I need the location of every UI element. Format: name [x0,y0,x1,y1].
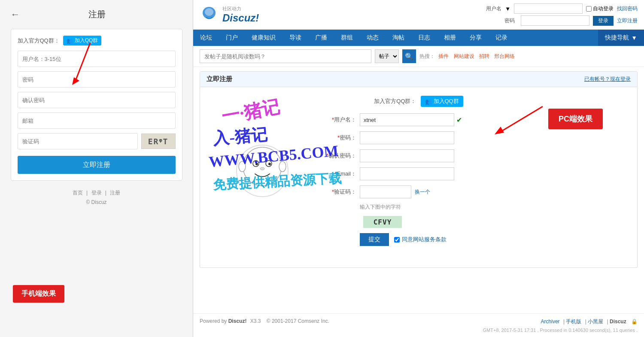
back-button[interactable]: ← [11,9,20,20]
pc-captcha-label: *验证码： [322,188,356,196]
register-box-body: 一·猪记 入-猪记 WWW.BCB5.COM 免费提供精品资源下载 [200,87,637,267]
nav-item-share[interactable]: 分享 [463,30,489,46]
pc-email-label: *Email： [322,170,356,178]
nav-item-album[interactable]: 相册 [437,30,463,46]
header-username-row: 用户名 ▼ 自动登录 找回密码 [486,3,638,14]
captcha-change-link[interactable]: 换一个 [415,188,430,196]
footer-home-link[interactable]: 首页 [73,190,83,196]
pc-captcha-image: CFVY [363,216,402,228]
footer-discuz-link[interactable]: Discuz [610,319,626,325]
pc-arrow [465,100,551,143]
hot-item-website[interactable]: 网站建设 [454,53,474,59]
mobile-label-badge: 手机端效果 [13,285,64,303]
logo-text: 社区动力 Discuz! [222,6,259,24]
username-valid-icon: ✔ [456,116,462,124]
logo-subtitle: 社区动力 [222,6,259,12]
search-button[interactable]: 🔍 [402,49,416,63]
footer-links-area: Archiver | 手机版 | 小黑屋 | Discuz 🔒 [541,318,638,325]
nav-item-groups[interactable]: 群组 [334,30,360,46]
search-type-select[interactable]: 帖子 [375,49,399,63]
agree-checkbox[interactable] [394,237,400,243]
already-have-account-link[interactable]: 已有帐号？现在登录 [584,76,631,83]
footer-login-link[interactable]: 登录 [91,190,102,196]
nav-item-health[interactable]: 健康知识 [245,30,283,46]
footer-mobile-link[interactable]: 手机版 [566,319,581,325]
svg-point-12 [279,161,286,172]
nav-item-diary[interactable]: 日志 [411,30,437,46]
register-box-header: 立即注册 已有帐号？现在登录 [200,72,637,87]
svg-point-8 [255,163,258,165]
agree-text: 同意网站服务条款 [402,236,447,243]
pc-submit-button[interactable]: 提交 [360,233,389,246]
pc-panel: 社区动力 Discuz! 用户名 ▼ 自动登录 找回密码 密码 登录 立即注册 [193,0,644,337]
svg-point-11 [239,161,246,172]
agree-row: 同意网站服务条款 [394,236,447,243]
svg-point-9 [268,163,271,165]
find-password-link[interactable]: 找回密码 [617,5,638,12]
header-password-input[interactable] [521,15,589,26]
pc-email-row: *Email： [322,167,515,180]
mobile-confirm-password-input[interactable] [18,92,176,108]
mobile-header: ← 注册 [11,9,182,20]
search-input[interactable] [200,49,371,63]
face-illustration [234,143,290,199]
header-register-link[interactable]: 立即注册 [617,17,638,24]
pc-confirm-label: *确认密码： [322,152,356,160]
footer-register-link[interactable]: 注册 [110,190,120,196]
register-box: 立即注册 已有帐号？现在登录 一·猪记 入-猪记 WWW.BCB5.COM 免费… [200,71,638,268]
nav-item-activity[interactable]: 动态 [360,30,386,46]
username-label: 用户名 [486,5,501,12]
header-login-area: 用户名 ▼ 自动登录 找回密码 密码 登录 立即注册 [486,3,638,26]
pc-password-input[interactable] [360,131,454,144]
mobile-email-input[interactable] [18,112,176,129]
hot-item-recruit[interactable]: 招聘 [479,53,489,59]
pc-qq-button[interactable]: 👥 加入QQ群 [421,96,463,107]
nav-item-record[interactable]: 记录 [489,30,514,46]
hot-search-label: 热搜： [419,53,435,59]
header-username-input[interactable] [514,3,583,14]
mobile-qq-label: 加入官方QQ群： [18,37,60,45]
nav-item-forum[interactable]: 论坛 [193,30,219,46]
pc-confirm-input[interactable] [360,149,454,162]
logo-brand: Discuz! [222,12,259,24]
pc-qq-icon: 👥 [425,98,432,105]
footer-archiver-link[interactable]: Archiver [541,319,560,325]
footer-top: Powered by Discuz! X3.3 © 2001-2017 Coms… [200,318,638,325]
svg-line-13 [500,106,543,132]
quick-nav-button[interactable]: 快捷导航 ▼ [598,30,644,46]
nav-item-broadcast[interactable]: 广播 [308,30,334,46]
hot-item-xingtai[interactable]: 邢台网络 [494,53,515,59]
site-header: 社区动力 Discuz! 用户名 ▼ 自动登录 找回密码 密码 登录 立即注册 [193,0,644,30]
mobile-captcha-input[interactable] [18,133,138,149]
pc-captcha-image-row: CFVY [322,216,515,228]
pc-captcha-input[interactable] [360,185,411,198]
hot-item-plugin[interactable]: 插件 [438,53,449,59]
nav-item-guide[interactable]: 导读 [283,30,308,46]
mobile-title: 注册 [24,9,170,20]
footer-brand-link[interactable]: Discuz! [228,318,247,324]
register-box-title: 立即注册 [207,75,232,83]
logo-icon [200,5,219,24]
nav-item-portal[interactable]: 门户 [219,30,245,46]
main-content: 立即注册 已有帐号？现在登录 一·猪记 入-猪记 WWW.BCB5.COM 免费… [193,67,644,313]
pc-qq-btn-label: 加入QQ群 [434,97,459,105]
pc-username-input[interactable] [360,113,454,126]
dropdown-icon: ▼ [631,34,637,41]
mobile-submit-button[interactable]: 立即注册 [18,156,176,174]
site-footer: Powered by Discuz! X3.3 © 2001-2017 Coms… [193,313,644,337]
pc-email-input[interactable] [360,167,454,180]
footer-bottom: GMT+8, 2017-5-31 17:31 , Processed in 0.… [200,328,638,333]
footer-time-info: GMT+8, 2017-5-31 17:31 , Processed in 0.… [483,328,638,333]
footer-powered: Powered by Discuz! X3.3 © 2001-2017 Coms… [200,318,329,325]
svg-point-10 [260,167,264,170]
pc-submit-row: 提交 同意网站服务条款 [322,233,515,246]
pc-confirm-row: *确认密码： [322,149,515,162]
hot-search-area: 热搜： 插件 网站建设 招聘 邢台网络 [419,53,518,60]
auto-login-checkbox[interactable] [586,6,592,12]
pc-qq-label: 加入官方QQ群： [374,97,416,105]
svg-line-0 [75,43,90,82]
pc-label-badge: PC端效果 [548,109,603,129]
header-login-button[interactable]: 登录 [593,16,614,26]
footer-blackhouse-link[interactable]: 小黑屋 [588,319,603,325]
nav-item-shop[interactable]: 淘帖 [386,30,411,46]
